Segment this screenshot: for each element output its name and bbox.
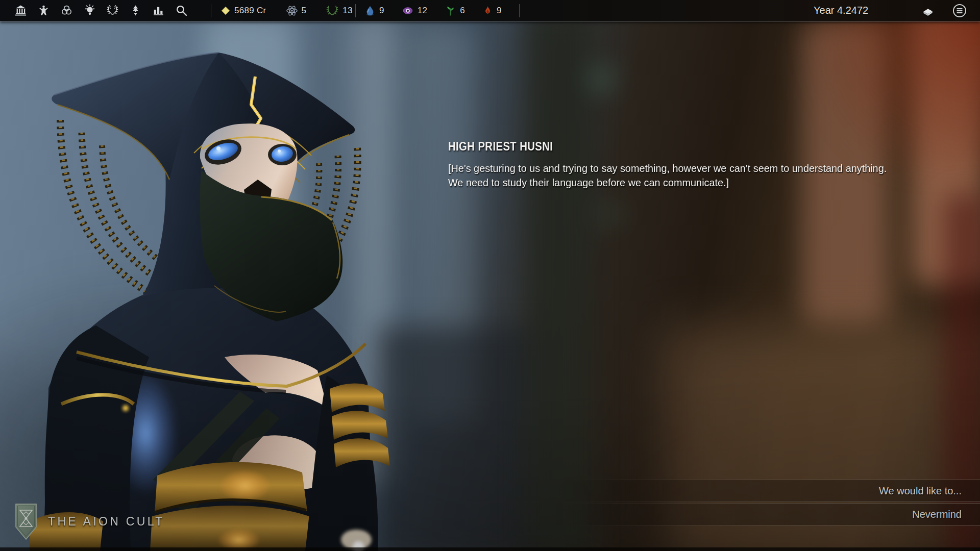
background-glint xyxy=(592,66,612,92)
background-glint xyxy=(602,204,618,224)
heat-resource[interactable]: 9 xyxy=(482,5,502,17)
resource-group-primary: 5689 Cr 5 13 xyxy=(220,0,353,21)
character-portrait-high-priest xyxy=(0,0,398,551)
eye-icon xyxy=(402,5,414,16)
atom-icon xyxy=(286,5,298,17)
dialogue-option-we-would-like-to[interactable]: We would like to... xyxy=(0,480,980,502)
flame-icon xyxy=(482,5,493,17)
dialogue-speaker-name: HIGH PRIEST HUSNI xyxy=(448,140,553,154)
water-resource[interactable]: 9 xyxy=(364,5,384,17)
laurel-icon xyxy=(326,5,339,17)
top-nav-icons xyxy=(14,0,188,21)
sprout-icon xyxy=(445,5,456,17)
book-icon xyxy=(919,4,937,17)
research-resource[interactable]: 5 xyxy=(286,5,307,17)
credits-value: 5689 Cr xyxy=(234,6,266,16)
heat-value: 9 xyxy=(497,6,502,16)
water-drop-icon xyxy=(364,5,376,17)
growth-resource[interactable]: 6 xyxy=(445,5,465,17)
dialogue-option-label: We would like to... xyxy=(0,480,980,502)
influence-value: 13 xyxy=(342,6,353,16)
faction-name: THE AION CULT xyxy=(48,514,165,529)
search-icon[interactable] xyxy=(175,4,188,17)
dialogue-line: [He's gesturing to us and trying to say … xyxy=(448,161,960,176)
population-icon[interactable] xyxy=(37,4,50,17)
year-display: Year 4.2472 xyxy=(814,0,868,21)
trinity-icon[interactable] xyxy=(60,4,73,17)
credits-diamond-icon xyxy=(220,6,231,16)
psi-value: 12 xyxy=(418,6,428,16)
credits-resource[interactable]: 5689 Cr xyxy=(220,6,266,16)
background-red-glow xyxy=(766,0,980,173)
topbar-divider xyxy=(211,4,211,17)
menu-button[interactable] xyxy=(948,4,971,18)
game-screen: 5689 Cr 5 13 9 12 6 9 Year 4.2472 xyxy=(0,0,980,551)
bottom-edge-strip xyxy=(0,547,980,551)
research-value: 5 xyxy=(302,6,307,16)
resource-group-secondary: 9 12 6 9 xyxy=(364,0,502,21)
statistics-bars-icon[interactable] xyxy=(152,4,165,17)
dialogue-line: We need to study their language before w… xyxy=(448,176,960,190)
growth-value: 6 xyxy=(460,6,465,16)
topbar-divider xyxy=(355,4,356,17)
psi-resource[interactable]: 12 xyxy=(402,5,428,16)
codex-book-button[interactable] xyxy=(917,4,939,18)
research-bulb-icon[interactable] xyxy=(83,4,96,17)
faction-shield-icon xyxy=(14,502,38,541)
topbar-divider xyxy=(519,4,520,17)
hamburger-menu-icon xyxy=(952,3,967,18)
background-beam xyxy=(526,10,592,551)
water-value: 9 xyxy=(379,6,384,16)
laurel-wreath-icon[interactable] xyxy=(106,4,119,17)
influence-resource[interactable]: 13 xyxy=(326,5,353,17)
temple-icon[interactable] xyxy=(14,4,27,17)
faction-banner: THE AION CULT xyxy=(14,502,169,541)
expansion-spade-icon[interactable] xyxy=(129,4,142,17)
dialogue-body: [He's gesturing to us and trying to say … xyxy=(448,161,960,190)
